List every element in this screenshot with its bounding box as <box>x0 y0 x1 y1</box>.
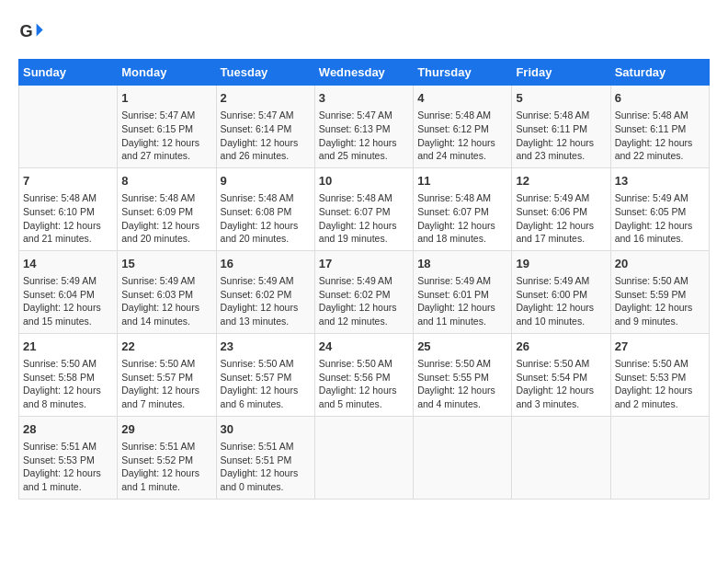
day-info: Sunrise: 5:48 AM Sunset: 6:11 PM Dayligh… <box>516 109 606 163</box>
day-header-tuesday: Tuesday <box>216 60 314 86</box>
calendar-cell: 10Sunrise: 5:48 AM Sunset: 6:07 PM Dayli… <box>314 167 413 250</box>
calendar-cell: 23Sunrise: 5:50 AM Sunset: 5:57 PM Dayli… <box>216 333 314 416</box>
day-number: 27 <box>615 339 705 355</box>
calendar-cell: 30Sunrise: 5:51 AM Sunset: 5:51 PM Dayli… <box>216 416 314 499</box>
day-number: 6 <box>615 90 705 107</box>
calendar-cell: 5Sunrise: 5:48 AM Sunset: 6:11 PM Daylig… <box>512 86 610 168</box>
day-number: 26 <box>516 339 606 355</box>
day-number: 22 <box>121 339 211 355</box>
calendar-week-3: 14Sunrise: 5:49 AM Sunset: 6:04 PM Dayli… <box>19 250 710 333</box>
svg-marker-1 <box>37 24 43 37</box>
calendar-header-row: SundayMondayTuesdayWednesdayThursdayFrid… <box>19 60 710 86</box>
calendar-cell: 6Sunrise: 5:48 AM Sunset: 6:11 PM Daylig… <box>610 86 709 168</box>
day-number: 5 <box>516 90 606 107</box>
day-info: Sunrise: 5:50 AM Sunset: 5:58 PM Dayligh… <box>23 357 113 411</box>
calendar-cell: 14Sunrise: 5:49 AM Sunset: 6:04 PM Dayli… <box>19 250 118 333</box>
calendar-cell: 3Sunrise: 5:47 AM Sunset: 6:13 PM Daylig… <box>314 86 413 168</box>
calendar-cell: 8Sunrise: 5:48 AM Sunset: 6:09 PM Daylig… <box>118 167 216 250</box>
calendar-cell: 19Sunrise: 5:49 AM Sunset: 6:00 PM Dayli… <box>512 250 610 333</box>
day-info: Sunrise: 5:50 AM Sunset: 5:59 PM Dayligh… <box>615 274 705 328</box>
day-info: Sunrise: 5:50 AM Sunset: 5:55 PM Dayligh… <box>417 357 507 411</box>
day-number: 29 <box>121 421 211 438</box>
day-info: Sunrise: 5:51 AM Sunset: 5:51 PM Dayligh… <box>221 440 311 494</box>
day-info: Sunrise: 5:51 AM Sunset: 5:53 PM Dayligh… <box>23 440 113 494</box>
day-info: Sunrise: 5:49 AM Sunset: 6:05 PM Dayligh… <box>615 191 705 246</box>
calendar-cell: 24Sunrise: 5:50 AM Sunset: 5:56 PM Dayli… <box>314 333 413 416</box>
day-info: Sunrise: 5:48 AM Sunset: 6:07 PM Dayligh… <box>319 191 409 246</box>
day-number: 15 <box>121 256 211 272</box>
page-header: G <box>18 18 710 44</box>
calendar-table: SundayMondayTuesdayWednesdayThursdayFrid… <box>18 59 710 500</box>
day-number: 24 <box>319 339 409 355</box>
day-info: Sunrise: 5:49 AM Sunset: 6:04 PM Dayligh… <box>23 274 113 328</box>
day-number: 2 <box>221 90 311 107</box>
day-number: 17 <box>319 256 409 272</box>
calendar-cell: 11Sunrise: 5:48 AM Sunset: 6:07 PM Dayli… <box>414 167 512 250</box>
day-header-sunday: Sunday <box>19 60 118 86</box>
day-number: 3 <box>319 90 409 107</box>
calendar-cell <box>314 416 413 499</box>
calendar-cell: 15Sunrise: 5:49 AM Sunset: 6:03 PM Dayli… <box>118 250 216 333</box>
day-number: 8 <box>121 173 211 190</box>
day-number: 12 <box>516 173 606 190</box>
calendar-cell: 26Sunrise: 5:50 AM Sunset: 5:54 PM Dayli… <box>512 333 610 416</box>
day-info: Sunrise: 5:48 AM Sunset: 6:12 PM Dayligh… <box>417 109 507 163</box>
calendar-cell: 12Sunrise: 5:49 AM Sunset: 6:06 PM Dayli… <box>512 167 610 250</box>
day-header-friday: Friday <box>512 60 610 86</box>
day-info: Sunrise: 5:48 AM Sunset: 6:09 PM Dayligh… <box>121 191 211 246</box>
day-info: Sunrise: 5:48 AM Sunset: 6:08 PM Dayligh… <box>221 191 311 246</box>
day-number: 23 <box>221 339 311 355</box>
day-info: Sunrise: 5:50 AM Sunset: 5:57 PM Dayligh… <box>121 357 211 411</box>
day-info: Sunrise: 5:50 AM Sunset: 5:53 PM Dayligh… <box>615 357 705 411</box>
day-number: 1 <box>121 90 211 107</box>
calendar-cell: 13Sunrise: 5:49 AM Sunset: 6:05 PM Dayli… <box>610 167 709 250</box>
day-number: 30 <box>221 421 311 438</box>
calendar-cell <box>414 416 512 499</box>
day-info: Sunrise: 5:49 AM Sunset: 6:00 PM Dayligh… <box>516 274 606 328</box>
day-number: 20 <box>615 256 705 272</box>
calendar-cell: 28Sunrise: 5:51 AM Sunset: 5:53 PM Dayli… <box>19 416 118 499</box>
calendar-cell <box>610 416 709 499</box>
day-number: 28 <box>23 421 113 438</box>
calendar-cell: 21Sunrise: 5:50 AM Sunset: 5:58 PM Dayli… <box>19 333 118 416</box>
calendar-week-5: 28Sunrise: 5:51 AM Sunset: 5:53 PM Dayli… <box>19 416 710 499</box>
calendar-week-2: 7Sunrise: 5:48 AM Sunset: 6:10 PM Daylig… <box>19 167 710 250</box>
calendar-cell: 9Sunrise: 5:48 AM Sunset: 6:08 PM Daylig… <box>216 167 314 250</box>
calendar-cell <box>512 416 610 499</box>
day-header-thursday: Thursday <box>414 60 512 86</box>
day-info: Sunrise: 5:47 AM Sunset: 6:13 PM Dayligh… <box>319 109 409 163</box>
day-number: 9 <box>221 173 311 190</box>
day-info: Sunrise: 5:49 AM Sunset: 6:06 PM Dayligh… <box>516 191 606 246</box>
logo-icon: G <box>18 18 44 44</box>
calendar-cell: 20Sunrise: 5:50 AM Sunset: 5:59 PM Dayli… <box>610 250 709 333</box>
calendar-cell: 2Sunrise: 5:47 AM Sunset: 6:14 PM Daylig… <box>216 86 314 168</box>
calendar-cell: 22Sunrise: 5:50 AM Sunset: 5:57 PM Dayli… <box>118 333 216 416</box>
day-number: 4 <box>417 90 507 107</box>
day-number: 13 <box>615 173 705 190</box>
day-number: 14 <box>23 256 113 272</box>
svg-text:G: G <box>19 22 32 40</box>
day-number: 10 <box>319 173 409 190</box>
day-info: Sunrise: 5:47 AM Sunset: 6:14 PM Dayligh… <box>221 109 311 163</box>
day-number: 19 <box>516 256 606 272</box>
calendar-cell: 25Sunrise: 5:50 AM Sunset: 5:55 PM Dayli… <box>414 333 512 416</box>
day-info: Sunrise: 5:48 AM Sunset: 6:10 PM Dayligh… <box>23 191 113 246</box>
day-number: 7 <box>23 173 113 190</box>
day-info: Sunrise: 5:48 AM Sunset: 6:07 PM Dayligh… <box>417 191 507 246</box>
day-info: Sunrise: 5:50 AM Sunset: 5:56 PM Dayligh… <box>319 357 409 411</box>
day-info: Sunrise: 5:51 AM Sunset: 5:52 PM Dayligh… <box>121 440 211 494</box>
calendar-week-1: 1Sunrise: 5:47 AM Sunset: 6:15 PM Daylig… <box>19 86 710 168</box>
day-number: 11 <box>417 173 507 190</box>
day-info: Sunrise: 5:49 AM Sunset: 6:02 PM Dayligh… <box>221 274 311 328</box>
calendar-cell: 17Sunrise: 5:49 AM Sunset: 6:02 PM Dayli… <box>314 250 413 333</box>
calendar-cell: 16Sunrise: 5:49 AM Sunset: 6:02 PM Dayli… <box>216 250 314 333</box>
day-number: 25 <box>417 339 507 355</box>
day-number: 16 <box>221 256 311 272</box>
day-info: Sunrise: 5:49 AM Sunset: 6:01 PM Dayligh… <box>417 274 507 328</box>
day-info: Sunrise: 5:48 AM Sunset: 6:11 PM Dayligh… <box>615 109 705 163</box>
calendar-cell: 18Sunrise: 5:49 AM Sunset: 6:01 PM Dayli… <box>414 250 512 333</box>
day-number: 18 <box>417 256 507 272</box>
calendar-cell: 29Sunrise: 5:51 AM Sunset: 5:52 PM Dayli… <box>118 416 216 499</box>
day-info: Sunrise: 5:50 AM Sunset: 5:57 PM Dayligh… <box>221 357 311 411</box>
day-info: Sunrise: 5:50 AM Sunset: 5:54 PM Dayligh… <box>516 357 606 411</box>
